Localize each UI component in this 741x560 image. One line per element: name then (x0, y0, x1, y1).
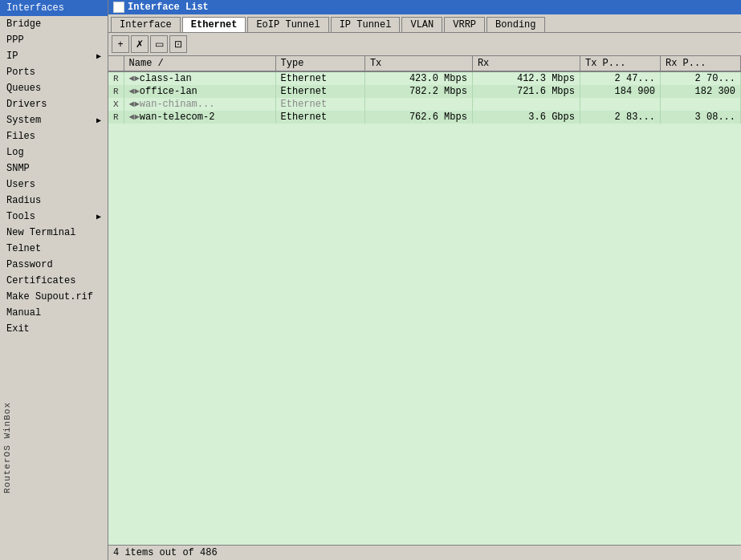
col-header-type[interactable]: Type (275, 56, 364, 71)
sidebar-item-radius[interactable]: Radius (0, 193, 108, 209)
sidebar-item-label: New Terminal (6, 227, 75, 238)
sidebar-arrow-icon: ▶ (96, 116, 101, 125)
sidebar-item-ip[interactable]: IP▶ (0, 48, 108, 64)
row-txp: 2 83... (580, 111, 660, 124)
sidebar-item-snmp[interactable]: SNMP (0, 160, 108, 177)
window-icon (113, 2, 124, 13)
row-name: ◄►wan-telecom-2 (124, 111, 275, 124)
sidebar-item-certificates[interactable]: Certificates (0, 273, 108, 289)
sidebar-item-ports[interactable]: Ports (0, 64, 108, 80)
table-body: R◄►class-lanEthernet423.0 Mbps412.3 Mbps… (108, 71, 741, 124)
sidebar-item-exit[interactable]: Exit (0, 321, 108, 337)
sidebar: InterfacesBridgePPPIP▶PortsQueuesDrivers… (0, 0, 108, 560)
tab-bonding[interactable]: Bonding (487, 17, 544, 32)
table-row[interactable]: R◄►office-lanEthernet782.2 Mbps721.6 Mbp… (108, 85, 741, 98)
sidebar-item-interfaces[interactable]: Interfaces (0, 0, 108, 16)
table-row[interactable]: R◄►class-lanEthernet423.0 Mbps412.3 Mbps… (108, 71, 741, 85)
row-txp: 184 900 (580, 85, 660, 98)
filter-button[interactable]: ⊡ (169, 35, 187, 53)
row-txp: 2 47... (580, 71, 660, 85)
sidebar-item-label: Users (6, 179, 35, 190)
row-rxp: 182 300 (660, 85, 740, 98)
col-header-rx[interactable]: Rx (472, 56, 580, 71)
table-row[interactable]: X◄►wan-chinam...Ethernet (108, 98, 741, 111)
sidebar-item-queues[interactable]: Queues (0, 80, 108, 96)
sidebar-arrow-icon: ▶ (96, 212, 101, 221)
sidebar-item-label: Queues (6, 83, 41, 94)
add-button[interactable]: + (112, 35, 129, 53)
col-header-flag (108, 56, 124, 71)
row-type: Ethernet (275, 111, 364, 124)
sidebar-item-log[interactable]: Log (0, 144, 108, 160)
sidebar-item-ppp[interactable]: PPP (0, 32, 108, 48)
sidebar-item-telnet[interactable]: Telnet (0, 241, 108, 257)
row-tx: 762.6 Mbps (364, 111, 472, 124)
sidebar-item-label: System (6, 115, 41, 126)
sidebar-item-label: Telnet (6, 243, 41, 254)
row-type: Ethernet (275, 98, 364, 111)
sidebar-item-label: Password (6, 259, 53, 270)
table-row[interactable]: R◄►wan-telecom-2Ethernet762.6 Mbps3.6 Gb… (108, 111, 741, 124)
tab-vlan[interactable]: VLAN (401, 17, 442, 32)
interface-name: class-lan (140, 73, 192, 84)
interface-icon: ◄► (129, 112, 140, 122)
sidebar-item-users[interactable]: Users (0, 177, 108, 193)
table-header-row: Name / TypeTxRxTx P...Rx P... (108, 56, 741, 71)
row-rx: 3.6 Gbps (472, 111, 580, 124)
col-header-tx-p[interactable]: Tx P... (580, 56, 660, 71)
table-container[interactable]: Name / TypeTxRxTx P...Rx P... R◄►class-l… (108, 56, 741, 545)
sidebar-item-label: Log (6, 147, 24, 158)
row-flag: X (108, 98, 124, 111)
row-rx (472, 98, 580, 111)
sidebar-item-label: PPP (6, 34, 24, 46)
sidebar-item-system[interactable]: System▶ (0, 112, 108, 128)
sidebar-item-label: Files (6, 131, 35, 142)
sidebar-item-password[interactable]: Password (0, 257, 108, 273)
sidebar-item-tools[interactable]: Tools▶ (0, 209, 108, 225)
sidebar-item-label: Exit (6, 323, 30, 335)
tab-interface[interactable]: Interface (111, 17, 181, 32)
sidebar-item-label: Radius (6, 195, 41, 206)
sidebar-items: InterfacesBridgePPPIP▶PortsQueuesDrivers… (0, 0, 108, 337)
row-flag: R (108, 71, 124, 85)
interface-table: Name / TypeTxRxTx P...Rx P... R◄►class-l… (108, 56, 741, 124)
row-rxp: 3 08... (660, 111, 740, 124)
edit-button[interactable]: ▭ (150, 35, 168, 53)
row-txp (580, 98, 660, 111)
sidebar-item-new-terminal[interactable]: New Terminal (0, 225, 108, 241)
tab-vrrp[interactable]: VRRP (444, 17, 485, 32)
row-rx: 412.3 Mbps (472, 71, 580, 85)
tab-ethernet[interactable]: Ethernet (182, 17, 246, 32)
sidebar-item-label: Ports (6, 67, 35, 78)
sidebar-item-label: SNMP (6, 163, 30, 174)
tab-eoip-tunnel[interactable]: EoIP Tunnel (247, 17, 328, 32)
col-header-name[interactable]: Name / (124, 56, 275, 71)
status-text: 4 items out of 486 (113, 547, 218, 558)
row-name: ◄►class-lan (124, 71, 275, 85)
row-tx: 782.2 Mbps (364, 85, 472, 98)
row-type: Ethernet (275, 85, 364, 98)
sidebar-item-files[interactable]: Files (0, 128, 108, 144)
sidebar-item-make-supout.rif[interactable]: Make Supout.rif (0, 289, 108, 305)
sidebar-item-drivers[interactable]: Drivers (0, 96, 108, 112)
sidebar-item-label: Bridge (6, 18, 41, 30)
remove-button[interactable]: ✗ (131, 35, 149, 53)
row-flag: R (108, 111, 124, 124)
col-header-tx[interactable]: Tx (364, 56, 472, 71)
window-titlebar: Interface List (108, 0, 741, 14)
sidebar-item-bridge[interactable]: Bridge (0, 16, 108, 32)
sidebar-item-label: Make Supout.rif (6, 291, 93, 302)
row-name: ◄►office-lan (124, 85, 275, 98)
sidebar-item-manual[interactable]: Manual (0, 305, 108, 321)
row-name: ◄►wan-chinam... (124, 98, 275, 111)
tab-ip-tunnel[interactable]: IP Tunnel (331, 17, 401, 32)
row-rxp (660, 98, 740, 111)
interface-icon: ◄► (129, 99, 140, 109)
interface-icon: ◄► (129, 87, 140, 96)
interface-name: office-lan (140, 86, 197, 97)
col-header-rx-p[interactable]: Rx P... (660, 56, 740, 71)
sidebar-item-label: Certificates (6, 275, 75, 286)
sidebar-item-label: IP (6, 51, 18, 62)
sidebar-item-label: Tools (6, 211, 35, 222)
interface-icon: ◄► (129, 74, 140, 83)
